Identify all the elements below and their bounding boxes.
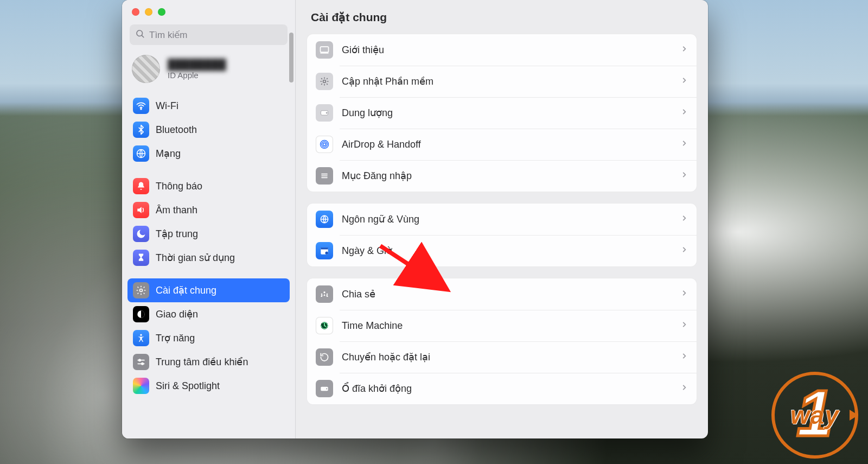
row-transfer-reset[interactable]: Chuyển hoặc đặt lại	[307, 341, 697, 373]
row-login-items[interactable]: Mục Đăng nhập	[307, 160, 697, 192]
svg-point-26	[323, 291, 325, 293]
sidebar-item-label: Wi-Fi	[156, 100, 178, 112]
row-software-update[interactable]: Cập nhật Phần mềm	[307, 66, 697, 97]
sidebar-item-sound[interactable]: Âm thanh	[127, 198, 290, 222]
row-storage[interactable]: Dung lượng	[307, 97, 697, 129]
chevron-right-icon	[680, 214, 688, 224]
svg-point-10	[142, 363, 143, 365]
svg-rect-24	[321, 247, 328, 249]
chevron-right-icon	[680, 108, 688, 118]
panel-advanced: Chia sẻ Time Machine Chuyển hoặc đặt lại…	[307, 278, 697, 405]
search-placeholder: Tìm kiếm	[149, 29, 187, 41]
sidebar-item-accessibility[interactable]: Trợ năng	[127, 326, 290, 350]
chevron-right-icon	[680, 384, 688, 393]
sidebar-item-controlcenter[interactable]: Trung tâm điều khiển	[127, 350, 290, 374]
svg-line-1	[142, 35, 143, 37]
window-controls	[122, 0, 295, 22]
row-time-machine[interactable]: Time Machine	[307, 310, 697, 341]
sidebar-item-appearance[interactable]: Giao diện	[127, 302, 290, 326]
globe-icon	[316, 211, 333, 228]
list-icon	[316, 167, 333, 185]
close-button[interactable]	[132, 8, 139, 16]
svg-point-28	[327, 294, 328, 295]
chevron-right-icon	[680, 171, 688, 181]
bluetooth-icon	[133, 122, 149, 138]
chevron-right-icon	[680, 289, 688, 299]
panel-locale: Ngôn ngữ & Vùng Ngày & Giờ	[307, 203, 697, 267]
row-label: Cập nhật Phần mềm	[342, 75, 672, 87]
svg-point-27	[321, 294, 323, 295]
sidebar-item-label: Tập trung	[156, 228, 198, 240]
row-label: Ngày & Giờ	[342, 245, 672, 257]
row-date-time[interactable]: Ngày & Giờ	[307, 235, 697, 266]
sidebar-item-label: Thời gian sử dụng	[156, 252, 235, 264]
svg-point-31	[326, 388, 327, 389]
startup-disk-icon	[316, 380, 333, 397]
account-name: ████████	[168, 59, 226, 71]
sidebar-item-wifi[interactable]: Wi-Fi	[127, 94, 290, 118]
row-label: Mục Đăng nhập	[342, 170, 672, 182]
sidebar-item-label: Bluetooth	[156, 124, 197, 136]
appearance-icon	[133, 306, 149, 322]
sidebar-item-label: Trung tâm điều khiển	[156, 356, 248, 368]
row-label: Time Machine	[342, 320, 672, 332]
time-machine-icon	[316, 317, 333, 334]
sidebar-scrollbar[interactable]	[289, 33, 293, 82]
sidebar-item-notifications[interactable]: Thông báo	[127, 174, 290, 198]
sidebar-item-label: Siri & Spotlight	[156, 380, 220, 392]
minimize-button[interactable]	[145, 8, 152, 16]
airdrop-icon	[316, 136, 333, 153]
row-airdrop[interactable]: AirDrop & Handoff	[307, 129, 697, 160]
panel-system: Giới thiệu Cập nhật Phần mềm Dung lượng …	[307, 34, 697, 192]
row-label: Chia sẻ	[342, 288, 672, 300]
row-startup-disk[interactable]: Ổ đĩa khởi động	[307, 373, 697, 404]
sidebar-item-label: Cài đặt chung	[156, 284, 216, 296]
sidebar-item-label: Mạng	[156, 148, 181, 160]
chevron-right-icon	[680, 139, 688, 149]
globe-icon	[133, 145, 149, 162]
row-label: Chuyển hoặc đặt lại	[342, 351, 672, 363]
search-icon	[135, 29, 145, 41]
apple-id-account[interactable]: ████████ ID Apple	[122, 50, 295, 93]
sidebar-item-bluetooth[interactable]: Bluetooth	[127, 118, 290, 142]
calendar-icon	[316, 242, 333, 259]
sidebar-item-label: Âm thanh	[156, 205, 197, 216]
bell-icon	[133, 178, 149, 194]
svg-point-15	[326, 112, 327, 113]
sidebar-item-label: Trợ năng	[156, 332, 195, 344]
sidebar-item-label: Thông báo	[156, 181, 202, 192]
svg-rect-11	[321, 47, 329, 52]
gear-icon	[133, 282, 149, 298]
chevron-right-icon	[680, 45, 688, 55]
sidebar-item-siri[interactable]: Siri & Spotlight	[127, 374, 290, 398]
hourglass-icon	[133, 250, 149, 266]
row-label: AirDrop & Handoff	[342, 139, 672, 150]
row-label: Ngôn ngữ & Vùng	[342, 213, 672, 225]
row-about[interactable]: Giới thiệu	[307, 34, 697, 66]
sidebar-item-focus[interactable]: Tập trung	[127, 222, 290, 246]
reset-icon	[316, 348, 333, 366]
avatar	[132, 55, 160, 83]
sidebar-item-network[interactable]: Mạng	[127, 142, 290, 166]
chevron-right-icon	[680, 77, 688, 86]
row-language-region[interactable]: Ngôn ngữ & Vùng	[307, 204, 697, 235]
page-title: Cài đặt chung	[296, 0, 708, 31]
accessibility-icon	[133, 330, 149, 346]
display-icon	[316, 41, 333, 59]
watermark-text: way	[790, 401, 839, 430]
fullscreen-button[interactable]	[158, 8, 165, 16]
svg-point-6	[140, 334, 142, 336]
row-sharing[interactable]: Chia sẻ	[307, 278, 697, 310]
sidebar-item-screentime[interactable]: Thời gian sử dụng	[127, 246, 290, 270]
moon-icon	[133, 226, 149, 242]
sidebar: Tìm kiếm ████████ ID Apple Wi-Fi Bluetoo…	[122, 0, 296, 438]
chevron-right-icon	[680, 246, 688, 256]
speaker-icon	[133, 202, 149, 218]
sharing-icon	[316, 285, 333, 303]
chevron-right-icon	[680, 321, 688, 330]
svg-point-17	[322, 142, 327, 147]
disk-icon	[316, 104, 333, 122]
row-label: Giới thiệu	[342, 44, 672, 56]
sidebar-item-general[interactable]: Cài đặt chung	[127, 278, 290, 302]
search-input[interactable]: Tìm kiếm	[130, 24, 288, 45]
